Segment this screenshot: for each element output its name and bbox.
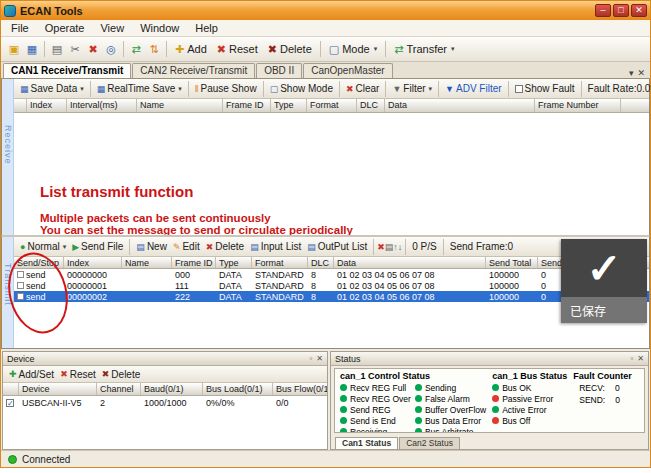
menu-window[interactable]: Window [132,21,187,35]
grid-icon[interactable]: ▤ [48,40,66,58]
plus-icon: ✚ [9,369,17,379]
add-button[interactable]: ✚ Add [170,42,212,57]
tab-can1-status[interactable]: Can1 Status [335,437,398,449]
status-indicator: Bus OK [492,382,567,393]
transfer-button[interactable]: ⇄ Transfer ▾ [389,42,459,57]
pin-icon[interactable]: ▫ [630,354,633,363]
col-send-total[interactable]: Send Total [486,257,538,268]
cut-icon[interactable]: ✂ [66,40,84,58]
col-format[interactable]: Format [307,99,357,112]
col-frame-number[interactable]: Frame Number [535,99,621,112]
menu-help[interactable]: Help [187,21,226,35]
col-dlc[interactable]: DLC [357,99,385,112]
col-dlc[interactable]: DLC [308,257,334,268]
transmit-row-selected[interactable]: send 00000002 222 DATA STANDARD 8 01 02 … [14,291,649,302]
realtime-save-button[interactable]: ▦ RealTime Save ▾ [94,82,185,95]
close-icon[interactable]: ✕ [637,354,644,363]
reset-button[interactable]: ✖ Reset [212,42,263,57]
output-list-button[interactable]: ▤ OutPut List [304,240,370,253]
col-bus-load[interactable]: Bus Load(0/1) [203,383,273,395]
open-folder-icon[interactable]: ▣ [5,40,23,58]
show-fault-checkbox[interactable]: Show Fault [512,82,578,95]
tab-can2-receive-transmit[interactable]: CAN2 Receive/Transmit [132,63,255,78]
device-reset-button[interactable]: ✖ Reset [57,368,99,381]
swap-icon[interactable]: ⇄ [127,40,145,58]
receive-toolbar: ▦ Save Data ▾ ▦ RealTime Save ▾ ‖ Pause … [14,79,649,99]
doc-icon[interactable]: ▤ [385,242,394,252]
maximize-button[interactable]: □ [613,4,629,17]
send-checkbox[interactable] [17,282,24,289]
menu-file[interactable]: File [3,21,37,35]
down-icon[interactable]: ↓ [398,242,403,252]
save-icon: ▦ [97,84,106,94]
col-data[interactable]: Data [385,99,535,112]
receive-table-body[interactable]: List transmit function Multiple packets … [14,113,649,235]
col-index[interactable]: Index [27,99,67,112]
show-mode-button[interactable]: ▢ Show Mode [267,82,336,95]
col-frame-id[interactable]: Frame ID [223,99,271,112]
col-type[interactable]: Type [271,99,307,112]
filter-button[interactable]: ▼ Filter ▾ [389,82,435,95]
minimize-button[interactable]: – [595,4,611,17]
tab-canopenmaster[interactable]: CanOpenMaster [303,63,392,78]
edit-button[interactable]: ✎ Edit [170,240,203,253]
send-checkbox[interactable] [17,271,24,278]
search-icon[interactable]: ◎ [102,40,120,58]
col-frame-id[interactable]: Frame ID [172,257,216,268]
tab-can1-receive-transmit[interactable]: CAN1 Receive/Transmit [3,63,131,78]
index-cell: 00000001 [64,281,122,291]
save-icon[interactable]: ▦ [23,40,41,58]
updown-icon[interactable]: ⇅ [145,40,163,58]
transmit-row[interactable]: send 00000000 000 DATA STANDARD 8 01 02 … [14,269,649,280]
tab-can2-status[interactable]: Can2 Status [399,437,460,449]
add-set-button[interactable]: ✚ Add/Set [6,368,57,381]
close-icon[interactable]: ✕ [316,354,323,363]
transmit-table-body[interactable]: send 00000000 000 DATA STANDARD 8 01 02 … [14,269,649,348]
col-index[interactable]: Index [64,257,122,268]
pause-show-button[interactable]: ‖ Pause Show [192,82,260,95]
delete-button[interactable]: ✖ Delete [263,42,317,57]
separator [385,41,386,57]
new-button[interactable]: ▤ New [133,240,170,253]
status-indicator: Sending [415,382,486,393]
input-list-button[interactable]: ▤ Input List [247,240,304,253]
delete-row-button[interactable]: ✖ Delete [203,240,247,253]
send-mode-dropdown[interactable]: ● Normal ▾ [17,240,69,253]
transmit-row[interactable]: send 00000001 111 DATA STANDARD 8 01 02 … [14,280,649,291]
clear-button[interactable]: ✖ Clear [343,82,382,95]
col-bus-flow[interactable]: Bus Flow(0/1) [273,383,327,395]
send-checkbox[interactable] [17,293,24,300]
save-data-button[interactable]: ▦ Save Data ▾ [17,82,87,95]
mode-button[interactable]: ▢ Mode ▾ [324,42,382,57]
menu-operate[interactable]: Operate [37,21,93,35]
tab-obd2[interactable]: OBD II [256,63,302,78]
col-name[interactable]: Name [122,257,172,268]
col-baud[interactable]: Baud(0/1) [141,383,203,395]
menu-view[interactable]: View [92,21,132,35]
pin-icon[interactable]: ▫ [309,354,312,363]
send-file-button[interactable]: ▶ Send File [69,240,126,253]
adv-filter-button[interactable]: ▼ ADV Filter [442,82,504,95]
device-checkbox[interactable]: ✓ [6,399,14,407]
tab-scroll-icon[interactable]: ▾ [629,68,634,78]
col-data[interactable]: Data [334,257,486,268]
col-channel[interactable]: Channel [97,383,141,395]
x-icon[interactable]: ✖ [377,242,385,252]
receive-side-tab[interactable]: Receive [2,79,14,235]
col-type[interactable]: Type [216,257,252,268]
close-button[interactable]: ✕ [631,4,647,17]
mode-dot-icon: ● [20,242,25,252]
col-name[interactable]: Name [137,99,223,112]
device-panel-title: Device ▫ ✕ [3,352,327,366]
col-device[interactable]: Device [19,383,97,395]
row-select-header [14,99,27,112]
col-format[interactable]: Format [252,257,308,268]
device-delete-button[interactable]: ✖ Delete [99,368,143,381]
device-row[interactable]: ✓ USBCAN-II-V5 2 1000/1000 0%/0% 0/0 [3,396,327,409]
control-status-title: can_1 Control Status [340,371,486,381]
tab-close-icon[interactable]: ✕ [637,68,645,78]
col-interval[interactable]: Interval(ms) [67,99,137,112]
transmit-side-tab[interactable]: Transmit [2,237,14,348]
col-send-stop[interactable]: Send/Stop [14,257,64,268]
clear-icon[interactable]: ✖ [84,40,102,58]
